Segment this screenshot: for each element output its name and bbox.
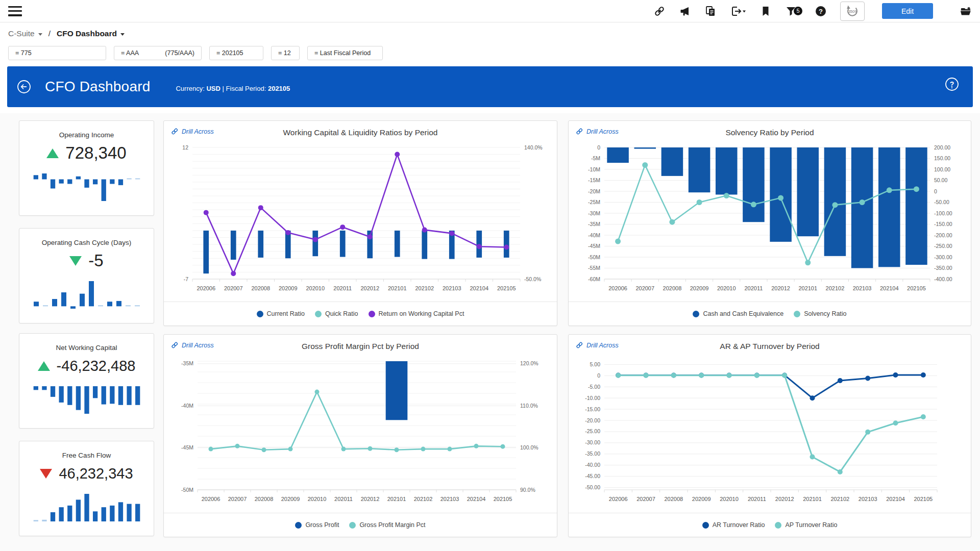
svg-text:-50M: -50M [181, 487, 193, 493]
kpi-value: -5 [88, 251, 103, 270]
top-toolbar: 5 ? 3509 Edit [0, 0, 980, 22]
svg-text:-15M: -15M [588, 177, 600, 183]
legend-label: Cash and Cash Equivalence [703, 310, 783, 317]
filter-chip[interactable]: = 12 [271, 46, 300, 60]
svg-text:-40M: -40M [588, 232, 600, 238]
link-icon [576, 128, 583, 135]
kpi-card-operating-cash-cycle: Operating Cash Cycle (Days) -5 [19, 228, 154, 323]
svg-text:202009: 202009 [279, 285, 298, 291]
breadcrumb-parent-dropdown[interactable]: C-Suite [8, 29, 42, 38]
svg-text:202010: 202010 [717, 285, 736, 291]
svg-text:202008: 202008 [251, 285, 270, 291]
folder-icon[interactable] [960, 5, 972, 17]
menu-icon[interactable] [8, 6, 22, 16]
legend-label: Solvency Ratio [804, 310, 846, 317]
chart-plot[interactable]: 0-5M-10M-15M-20M-25M-30M-35M-40M-45M-50M… [573, 143, 968, 299]
svg-text:202102: 202102 [830, 496, 849, 502]
revert-count: 3509 [841, 9, 864, 14]
svg-text:202011: 202011 [748, 496, 766, 502]
svg-text:202103: 202103 [443, 285, 461, 291]
trend-up-icon [38, 361, 50, 371]
svg-text:-100.00: -100.00 [934, 210, 952, 216]
svg-text:-50.0%: -50.0% [524, 276, 541, 282]
legend-item[interactable]: AP Turnover Ratio [775, 521, 837, 529]
svg-text:202011: 202011 [333, 285, 352, 291]
header-subtitle: Currency: USD | Fiscal Period: 202105 [176, 85, 290, 92]
svg-text:202012: 202012 [775, 496, 794, 502]
svg-text:202012: 202012 [361, 496, 380, 502]
svg-text:-7: -7 [184, 276, 188, 282]
chart-legend: Cash and Cash EquivalenceSolvency Ratio [569, 302, 971, 325]
kpi-value: 46,232,343 [59, 465, 133, 482]
edit-button[interactable]: Edit [882, 3, 933, 19]
chart-plot[interactable]: -35M-40M-45M-50M120.0%110.0%100.0%90.0%2… [168, 357, 554, 510]
legend-label: Quick Ratio [325, 310, 358, 317]
svg-text:-250.00: -250.00 [934, 243, 952, 249]
svg-text:202009: 202009 [690, 285, 709, 291]
legend-dot [349, 522, 356, 529]
svg-text:50.00: 50.00 [934, 177, 947, 183]
breadcrumb-current-dropdown[interactable]: CFO Dashboard [57, 29, 125, 38]
svg-text:202006: 202006 [202, 496, 220, 502]
svg-text:202007: 202007 [224, 285, 243, 291]
svg-text:202103: 202103 [853, 285, 872, 291]
chart-plot[interactable]: 12-7140.0%-50.0%202006202007202008202009… [168, 143, 554, 299]
svg-text:202010: 202010 [308, 496, 327, 502]
legend-item[interactable]: Gross Profit [295, 521, 339, 529]
chart-panel-working-capital: Drill Across Working Capital & Liquidity… [163, 120, 557, 326]
svg-text:-50.00: -50.00 [934, 199, 949, 205]
chart-panel-ar-ap-turnover: Drill Across AR & AP Turnover by Period … [568, 334, 971, 537]
link-icon [576, 341, 583, 349]
kpi-value: -46,232,488 [57, 358, 136, 374]
chart-panel-gross-profit-margin: Drill Across Gross Profit Margin Pct by … [163, 334, 557, 537]
svg-text:5.00: 5.00 [590, 361, 601, 367]
copy-icon[interactable] [704, 5, 717, 17]
legend-item[interactable]: Current Ratio [257, 310, 305, 317]
legend-item[interactable]: Return on Working Capital Pct [369, 310, 464, 317]
legend-label: AR Turnover Ratio [713, 521, 765, 529]
legend-item[interactable]: Quick Ratio [315, 310, 358, 317]
svg-text:-35M: -35M [588, 221, 600, 227]
filter-chip[interactable]: = 775 [8, 46, 106, 60]
megaphone-icon[interactable] [679, 5, 691, 17]
legend-item[interactable]: Gross Profit Margin Pct [349, 521, 425, 529]
chart-plot[interactable]: 5.000-5.00-10.00-15.00-20.00-25.00-30.00… [573, 357, 968, 510]
bookmark-icon[interactable] [760, 5, 772, 17]
svg-text:-45.00: -45.00 [585, 473, 600, 479]
link-icon [171, 128, 179, 135]
filter-icon[interactable]: 5 [785, 5, 797, 17]
svg-text:-15.00: -15.00 [585, 406, 600, 412]
share-link-icon[interactable] [653, 5, 666, 17]
legend-dot [693, 311, 699, 317]
filter-chip[interactable]: = Last Fiscal Period [307, 46, 383, 60]
kpi-sparkline [32, 493, 142, 522]
filter-chip[interactable]: = AAA(775/AAA) [114, 46, 202, 60]
back-button[interactable] [16, 79, 32, 94]
revert-icon[interactable]: 3509 [840, 2, 865, 21]
svg-text:-30M: -30M [588, 210, 600, 216]
svg-text:-200.00: -200.00 [934, 232, 952, 238]
svg-text:202008: 202008 [255, 496, 274, 502]
legend-item[interactable]: AR Turnover Ratio [702, 521, 765, 529]
svg-text:202101: 202101 [388, 285, 407, 291]
svg-text:202105: 202105 [907, 285, 926, 291]
header-help-icon[interactable]: ? [944, 77, 960, 94]
export-icon[interactable] [730, 5, 746, 17]
svg-text:-400.00: -400.00 [934, 276, 952, 282]
kpi-sparkline [32, 280, 142, 310]
svg-text:100.0%: 100.0% [520, 444, 538, 450]
help-icon[interactable]: ? [815, 5, 827, 17]
legend-item[interactable]: Cash and Cash Equivalence [693, 310, 783, 317]
filter-chip[interactable]: = 202105 [209, 46, 263, 60]
legend-item[interactable]: Solvency Ratio [794, 310, 846, 317]
legend-dot [257, 311, 263, 317]
svg-text:-45M: -45M [181, 444, 193, 450]
svg-text:202010: 202010 [306, 285, 325, 291]
svg-text:202007: 202007 [636, 496, 655, 502]
svg-text:-5M: -5M [591, 155, 600, 161]
svg-text:202012: 202012 [771, 285, 790, 291]
legend-label: Gross Profit Margin Pct [359, 521, 425, 529]
svg-text:-10M: -10M [588, 166, 600, 172]
legend-dot [369, 311, 375, 317]
svg-text:-25.00: -25.00 [585, 428, 600, 434]
